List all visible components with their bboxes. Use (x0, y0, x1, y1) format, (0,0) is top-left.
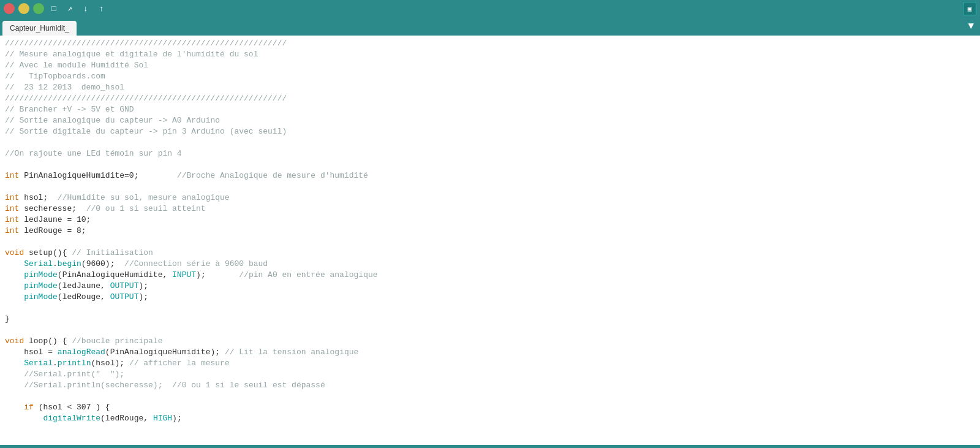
maximize-button[interactable] (33, 3, 44, 14)
save-icon[interactable]: ↓ (80, 2, 92, 15)
tab-dropdown-icon[interactable]: ▼ (964, 20, 978, 33)
minimize-button[interactable] (18, 3, 29, 14)
code-content: ////////////////////////////////////////… (0, 36, 980, 427)
titlebar: □ ↗ ↓ ↑ ▣ (0, 0, 980, 17)
code-editor[interactable]: ////////////////////////////////////////… (0, 36, 980, 445)
new-icon[interactable]: □ (48, 2, 60, 15)
open-icon[interactable]: ↗ (64, 2, 76, 15)
tabbar: Capteur_Humidit_ ▼ (0, 17, 980, 36)
close-button[interactable] (4, 3, 15, 14)
upload-icon[interactable]: ↑ (96, 2, 108, 15)
tab-capteur-humidit[interactable]: Capteur_Humidit_ (2, 21, 77, 36)
statusbar: Sauvegarde annulée. (0, 445, 980, 448)
serial-monitor-button[interactable]: ▣ (963, 2, 976, 15)
